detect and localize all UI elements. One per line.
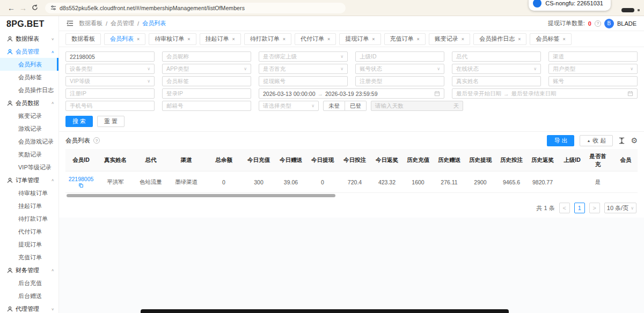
copy-icon[interactable] <box>78 183 84 188</box>
sidebar-group-4[interactable]: 财务管理∧ <box>0 264 58 277</box>
collapse-button[interactable]: ▲收 起 <box>580 135 613 146</box>
filter-select-bind-parent[interactable]: 是否绑定上级∨ <box>259 51 348 62</box>
member-id-cell[interactable]: 22198005 <box>65 172 97 193</box>
filter-select-device-type[interactable]: 设备类型∨ <box>65 64 155 74</box>
filter-input-real-name[interactable]: 真实姓名 <box>452 76 541 86</box>
close-icon[interactable]: × <box>372 36 375 42</box>
filter-input-login-ip[interactable]: 登录IP <box>162 88 251 99</box>
tab-会员列表[interactable]: 会员列表× <box>104 33 145 45</box>
scrollbar-thumb[interactable] <box>67 194 335 197</box>
menu-fold-icon[interactable] <box>67 20 74 27</box>
close-icon[interactable]: × <box>283 36 286 42</box>
tab-挂起订单[interactable]: 挂起订单× <box>200 33 241 45</box>
filter-input-register-ip[interactable]: 注册IP <box>65 88 155 99</box>
filter-input-member-nickname[interactable]: 会员昵称 <box>162 51 251 62</box>
filter-input-register-type[interactable]: 注册类型 <box>355 76 444 86</box>
table-help-icon[interactable]: ? <box>93 137 100 144</box>
filter-input-phone[interactable]: 手机号码 <box>65 101 155 111</box>
sidebar-item-游戏记录[interactable]: 游戏记录 <box>0 122 58 135</box>
close-icon[interactable]: × <box>232 36 235 42</box>
close-icon[interactable]: × <box>417 36 420 42</box>
filter-select-first-deposit[interactable]: 是否首充∨ <box>259 64 348 74</box>
profile-chip[interactable]: CS-nongfu: 22651031 <box>529 0 611 11</box>
filter-select-user-type[interactable]: 用户类型∨ <box>548 64 638 74</box>
export-button[interactable]: 导 出 <box>547 135 574 146</box>
tab-待审核订单[interactable]: 待审核订单× <box>149 33 196 45</box>
column-header-今日提现: 今日提现 <box>307 149 338 172</box>
search-button[interactable]: 搜 索 <box>65 116 93 127</box>
tab-提现订单[interactable]: 提现订单× <box>339 33 380 45</box>
browser-forward-icon[interactable]: → <box>17 4 29 12</box>
close-icon[interactable]: × <box>562 36 565 42</box>
table-cell <box>610 172 638 193</box>
filter-select-type[interactable]: 请选择类型∨ <box>259 101 319 111</box>
filter-input-withdraw-account[interactable]: 提现账号 <box>259 76 348 86</box>
filter-select-account-status[interactable]: 账号状态∨ <box>355 64 444 74</box>
pagination-next-button[interactable]: > <box>589 203 600 213</box>
filter-input-channel[interactable]: 渠道 <box>548 51 638 62</box>
sidebar-item-会员标签[interactable]: 会员标签 <box>0 71 58 84</box>
sidebar-item-VIP等级记录[interactable]: VIP等级记录 <box>0 161 58 174</box>
sidebar-item-代付订单[interactable]: 代付订单 <box>0 225 58 238</box>
pagination-page-1[interactable]: 1 <box>574 203 585 213</box>
sidebar-group-2[interactable]: 会员数据∧ <box>0 96 58 109</box>
close-icon[interactable]: × <box>518 36 521 42</box>
filter-input-email[interactable]: 邮箱号 <box>162 101 251 111</box>
url-bar[interactable]: d8s552pku5elk.cloudfront.net/#/membershi… <box>45 3 346 13</box>
question-circle-icon[interactable]: ? <box>595 20 601 27</box>
filter-daterange-last-login-range[interactable]: 最后登录开始日期→最后登录结束日期 <box>452 88 638 99</box>
filter-select-online-status[interactable]: 在线状态∨ <box>452 64 541 74</box>
horizontal-scrollbar[interactable] <box>65 194 638 197</box>
close-icon[interactable]: × <box>137 36 140 42</box>
page-size-select[interactable]: 10 条/页∨ <box>604 203 636 213</box>
tab-数据看板[interactable]: 数据看板 <box>65 33 101 45</box>
tab-待打款订单[interactable]: 待打款订单× <box>244 33 291 45</box>
filter-daterange-register-date-range[interactable]: 2026-03-13 00:00:00→2026-03-19 23:59:59 <box>259 88 444 99</box>
sidebar-item-后台赠送[interactable]: 后台赠送 <box>0 289 58 302</box>
chevron-up-icon: ∧ <box>51 178 54 182</box>
sidebar-group-0[interactable]: 数据报表∨ <box>0 32 58 45</box>
user-avatar[interactable]: B <box>604 19 614 28</box>
sidebar-item-充值订单[interactable]: 充值订单 <box>0 251 58 264</box>
settings-gear-icon[interactable]: ⚙ <box>631 136 638 145</box>
close-icon[interactable]: × <box>462 36 464 42</box>
tab-充值订单[interactable]: 充值订单× <box>384 33 426 45</box>
filter-select-app-type[interactable]: APP类型∨ <box>162 64 251 74</box>
sidebar-item-待打款订单[interactable]: 待打款订单 <box>0 212 58 225</box>
sidebar-item-会员操作日志[interactable]: 会员操作日志 <box>0 84 58 96</box>
sidebar-item-账变记录[interactable]: 账变记录 <box>0 109 58 122</box>
filter-input-member-tag[interactable]: 会员标签 <box>162 76 251 86</box>
reset-button[interactable]: 重 置 <box>97 116 125 127</box>
filter-select-vip-level[interactable]: VIP等级∨ <box>65 76 155 86</box>
tab-代付订单[interactable]: 代付订单× <box>295 33 336 45</box>
sidebar-item-会员游戏记录[interactable]: 会员游戏记录 <box>0 135 58 148</box>
sidebar-item-奖励记录[interactable]: 奖励记录 <box>0 148 58 161</box>
tab-会员标签[interactable]: 会员标签× <box>530 33 571 45</box>
sidebar-item-会员列表[interactable]: 会员列表 <box>0 58 58 71</box>
row-height-icon[interactable] <box>618 137 625 144</box>
filter-input-account[interactable]: 账号 <box>548 76 638 86</box>
sidebar-group-3[interactable]: 订单管理∧ <box>0 174 58 187</box>
sidebar-item-提现订单[interactable]: 提现订单 <box>0 238 58 251</box>
filter-input-member-id[interactable]: 22198005 <box>65 51 155 62</box>
sidebar-group-5[interactable]: 代理管理∨ <box>0 302 58 313</box>
table-cell: 9465.6 <box>496 172 527 193</box>
sidebar-item-后台充值[interactable]: 后台充值 <box>0 277 58 289</box>
sidebar-item-待审核订单[interactable]: 待审核订单 <box>0 187 58 199</box>
browser-refresh-icon[interactable] <box>29 4 41 12</box>
filter-input-parent-id[interactable]: 上级ID <box>355 51 444 62</box>
tab-账变记录[interactable]: 账变记录× <box>429 33 470 45</box>
breadcrumb-dashboard[interactable]: 数据看板 <box>79 19 103 27</box>
pagination-prev-button[interactable]: < <box>559 203 570 213</box>
sidebar-group-1[interactable]: 会员管理∧ <box>0 45 58 58</box>
toggle-button-未登[interactable]: 未登 <box>323 101 345 111</box>
toggle-button-已登[interactable]: 已登 <box>345 101 367 111</box>
tab-会员操作日志[interactable]: 会员操作日志× <box>473 33 526 45</box>
close-icon[interactable]: × <box>327 36 330 42</box>
close-icon[interactable]: × <box>187 36 190 42</box>
user-name[interactable]: BLADE <box>617 20 636 27</box>
breadcrumb-member-mgmt[interactable]: 会员管理 <box>111 19 134 27</box>
filter-input-general-agent[interactable]: 总代 <box>452 51 541 62</box>
browser-back-icon[interactable]: ← <box>5 4 17 12</box>
sidebar-item-挂起订单[interactable]: 挂起订单 <box>0 199 58 212</box>
